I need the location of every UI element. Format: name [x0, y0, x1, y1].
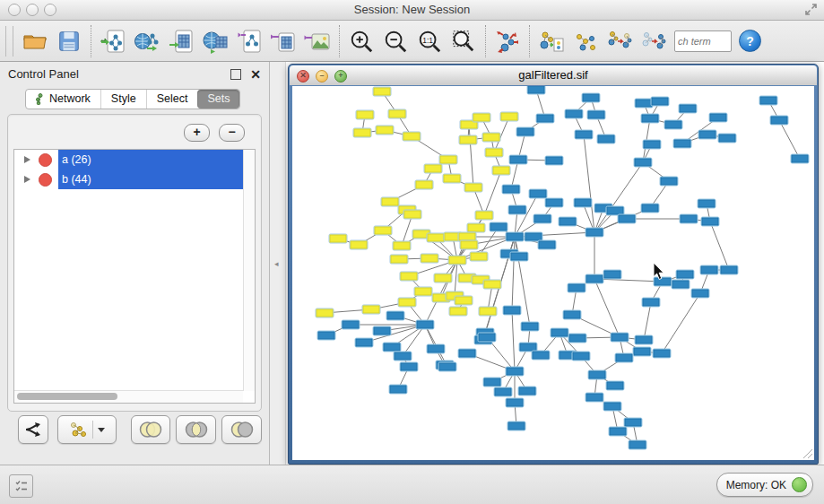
network-node[interactable] [651, 97, 670, 107]
network-node[interactable] [374, 226, 393, 236]
export-image-button[interactable] [300, 24, 334, 58]
network-node[interactable] [455, 296, 473, 306]
network-node[interactable] [532, 351, 551, 361]
maximize-view-icon[interactable]: + [334, 70, 347, 83]
network-node[interactable] [482, 133, 501, 143]
network-node[interactable] [527, 86, 546, 95]
network-node[interactable] [516, 127, 535, 137]
memory-status-button[interactable]: Memory: OK [716, 473, 813, 497]
network-node[interactable] [490, 222, 508, 232]
network-node[interactable] [565, 109, 584, 119]
network-node[interactable] [427, 344, 446, 354]
network-node[interactable] [518, 387, 537, 396]
create-set-from-network-button[interactable] [57, 415, 117, 444]
network-node[interactable] [618, 214, 637, 224]
split-set-button[interactable] [18, 415, 48, 444]
sets-select-button[interactable] [568, 24, 603, 58]
save-session-button[interactable] [52, 24, 86, 58]
network-node[interactable] [770, 116, 789, 126]
fullscreen-icon[interactable] [805, 4, 817, 17]
union-sets-button[interactable] [131, 415, 171, 444]
network-node[interactable] [342, 320, 360, 330]
network-node[interactable] [485, 148, 504, 158]
network-node[interactable] [603, 402, 622, 412]
network-node[interactable] [698, 199, 716, 209]
sets-create-from-file-button[interactable] [534, 24, 568, 58]
task-history-button[interactable] [9, 474, 33, 498]
network-node[interactable] [533, 214, 552, 224]
network-node[interactable] [597, 135, 616, 144]
set-label[interactable]: b (44) [58, 169, 255, 189]
network-node[interactable] [403, 210, 422, 220]
network-node[interactable] [672, 280, 690, 290]
apply-layout-button[interactable] [490, 24, 525, 58]
network-node[interactable] [615, 353, 634, 363]
network-node[interactable] [458, 349, 477, 359]
network-node[interactable] [506, 398, 525, 408]
expand-triangle-icon[interactable] [24, 176, 30, 183]
network-node[interactable] [582, 93, 601, 103]
network-node[interactable] [421, 254, 439, 264]
tab-style[interactable]: Style [100, 90, 146, 109]
panel-splitter[interactable]: ◂ [270, 62, 286, 465]
network-node[interactable] [502, 185, 521, 195]
network-node[interactable] [568, 334, 587, 343]
network-node[interactable] [400, 272, 419, 282]
minimize-view-icon[interactable]: – [316, 70, 328, 83]
tab-select[interactable]: Select [146, 90, 198, 109]
network-node[interactable] [679, 104, 698, 114]
network-node[interactable] [588, 370, 607, 380]
network-node[interactable] [664, 120, 683, 130]
set-row[interactable]: b (44) [14, 169, 255, 189]
network-view-window[interactable]: ✕ – + galFiltered.sif [288, 64, 819, 465]
network-node[interactable] [356, 110, 375, 120]
vertical-scrollbar[interactable] [243, 150, 255, 391]
network-node[interactable] [506, 367, 525, 377]
network-node[interactable] [386, 311, 405, 321]
network-node[interactable] [393, 241, 412, 251]
network-node[interactable] [390, 255, 409, 265]
network-node[interactable] [673, 139, 692, 149]
network-node[interactable] [635, 335, 654, 345]
network-node[interactable] [398, 298, 417, 308]
network-node[interactable] [572, 352, 591, 361]
network-node[interactable] [492, 166, 511, 176]
network-node[interactable] [575, 130, 594, 140]
collapse-panel-icon[interactable]: ◂ [274, 259, 279, 268]
network-node[interactable] [479, 307, 498, 317]
network-node[interactable] [394, 352, 412, 361]
zoom-in-button[interactable] [344, 24, 378, 58]
network-node[interactable] [791, 154, 810, 164]
network-node[interactable] [439, 155, 458, 165]
network-node[interactable] [521, 322, 540, 332]
import-network-web-button[interactable] [130, 24, 164, 58]
network-node[interactable] [373, 87, 392, 97]
import-network-file-button[interactable] [96, 24, 130, 58]
network-node[interactable] [509, 155, 528, 165]
network-node[interactable] [494, 387, 513, 397]
network-node[interactable] [691, 289, 710, 299]
network-node[interactable] [427, 233, 446, 243]
network-node[interactable] [759, 96, 778, 106]
network-node[interactable] [414, 287, 433, 297]
expand-triangle-icon[interactable] [24, 156, 30, 163]
network-node[interactable] [470, 252, 489, 262]
add-set-button[interactable]: + [184, 124, 210, 142]
network-node[interactable] [464, 183, 483, 193]
network-node[interactable] [376, 126, 395, 135]
sets-list[interactable]: a (26)b (44) [13, 149, 256, 404]
network-node[interactable] [653, 349, 672, 359]
network-node[interactable] [478, 333, 497, 343]
network-node[interactable] [350, 240, 369, 250]
network-node[interactable] [551, 328, 569, 338]
help-button[interactable]: ? [739, 30, 761, 52]
network-node[interactable] [563, 310, 582, 320]
network-node[interactable] [700, 265, 719, 275]
network-node[interactable] [416, 320, 435, 330]
network-node[interactable] [483, 378, 502, 387]
tab-network[interactable]: Network [26, 90, 100, 109]
remove-set-button[interactable]: − [219, 124, 245, 142]
network-node[interactable] [660, 177, 679, 187]
network-node[interactable] [506, 232, 525, 242]
import-table-web-button[interactable] [198, 24, 232, 58]
